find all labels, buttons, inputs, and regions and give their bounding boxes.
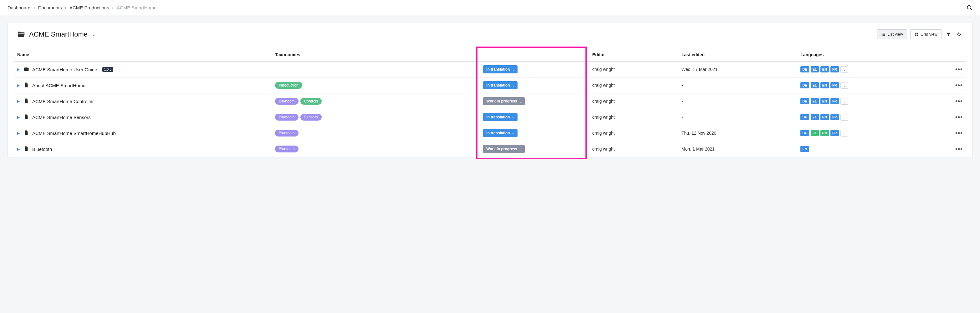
status-label: Work in progress [486, 99, 517, 103]
document-name[interactable]: ACME SmartHome SmartHomeHubHub [32, 131, 116, 136]
svg-rect-6 [882, 35, 882, 36]
row-actions-button[interactable]: ••• [926, 77, 966, 93]
language-tag[interactable]: DE [800, 98, 809, 104]
row-actions-button[interactable]: ••• [926, 109, 966, 125]
language-more-dropdown[interactable]: ⌄ [840, 82, 848, 89]
status-label: In translation [486, 83, 510, 87]
table-row: ▶BluetoothBluetoothWork in progress⌄crai… [14, 141, 966, 157]
language-more-dropdown[interactable]: ⌄ [840, 130, 848, 136]
row-actions-button[interactable]: ••• [926, 125, 966, 141]
col-taxonomies[interactable]: Taxonomies [272, 48, 480, 61]
breadcrumb-item[interactable]: ACME Productions [70, 5, 109, 10]
language-tag[interactable]: FR [830, 130, 839, 136]
language-tag[interactable]: EN [821, 130, 829, 136]
language-tag[interactable]: DE [800, 82, 809, 89]
svg-rect-5 [883, 34, 885, 34]
language-tag[interactable]: EN [821, 82, 829, 89]
taxonomy-tag[interactable]: Bluetooth [275, 114, 299, 120]
taxonomy-tag[interactable]: Bluetooth [275, 145, 299, 152]
panel-header: ACME SmartHome ⌄ List view Grid view [8, 23, 972, 42]
filter-button[interactable] [945, 31, 952, 38]
chevron-down-icon: ⌄ [512, 115, 514, 119]
language-tags: DEELENFR⌄ [800, 66, 923, 73]
chevron-down-icon: ⌄ [519, 147, 522, 151]
language-tag[interactable]: EL [811, 98, 819, 104]
document-name[interactable]: About ACME SmartHome [32, 83, 86, 88]
svg-rect-11 [916, 34, 918, 36]
col-status[interactable] [480, 48, 589, 61]
page-title-dropdown[interactable]: ⌄ [92, 32, 96, 37]
row-actions-button[interactable]: ••• [926, 141, 966, 157]
editor-cell: craig wright [589, 141, 678, 157]
breadcrumb-item[interactable]: Dashboard [8, 5, 30, 10]
language-tag[interactable]: EL [811, 66, 819, 73]
language-tag[interactable]: FR [830, 66, 839, 73]
table-row: ▶ACME SmartHome User Guide1.0.3In transl… [14, 61, 966, 77]
language-tag[interactable]: EL [811, 114, 819, 120]
language-tag[interactable]: EN [821, 98, 829, 104]
language-tag[interactable]: DE [800, 66, 809, 73]
taxonomy-tag[interactable]: Introduction [275, 82, 302, 89]
folder-open-icon [17, 30, 25, 38]
row-actions-button[interactable]: ••• [926, 93, 966, 109]
grid-view-button[interactable]: Grid view [910, 29, 942, 39]
last-edited-cell: Wed, 17 Mar 2021 [678, 61, 797, 77]
col-languages[interactable]: Languages [797, 48, 926, 61]
chevron-down-icon: ⌄ [519, 100, 522, 103]
svg-rect-4 [882, 34, 882, 34]
taxonomy-tag[interactable]: Controls [301, 98, 322, 104]
language-tag[interactable]: EN [800, 146, 809, 152]
svg-rect-8 [915, 33, 916, 34]
document-name[interactable]: ACME SmartHome Sensors [32, 115, 91, 120]
language-tag[interactable]: EL [811, 130, 819, 136]
col-last-edited[interactable]: Last edited [678, 48, 797, 61]
document-name[interactable]: ACME SmartHome User Guide [32, 67, 97, 72]
panel-actions: List view Grid view [877, 29, 963, 39]
expand-caret[interactable]: ▶ [17, 115, 20, 119]
language-tag[interactable]: DE [800, 114, 809, 120]
document-icon [24, 146, 29, 152]
panel-title: ACME SmartHome ⌄ [17, 30, 96, 38]
col-editor[interactable]: Editor [589, 48, 678, 61]
status-dropdown[interactable]: In translation⌄ [483, 81, 517, 89]
status-dropdown[interactable]: Work in progress⌄ [483, 145, 524, 153]
list-view-button[interactable]: List view [877, 29, 907, 39]
status-label: Work in progress [486, 147, 517, 151]
list-view-label: List view [888, 32, 903, 36]
search-button[interactable] [966, 5, 972, 11]
language-tag[interactable]: DE [800, 130, 809, 136]
language-more-dropdown[interactable]: ⌄ [840, 98, 848, 104]
expand-caret[interactable]: ▶ [17, 84, 20, 87]
expand-caret[interactable]: ▶ [17, 68, 20, 71]
refresh-button[interactable] [955, 31, 963, 38]
language-tag[interactable]: FR [830, 82, 839, 89]
language-tag[interactable]: EN [821, 66, 829, 73]
status-dropdown[interactable]: Work in progress⌄ [483, 97, 524, 105]
col-name[interactable]: Name [14, 48, 272, 61]
status-dropdown[interactable]: In translation⌄ [483, 113, 517, 121]
language-tag[interactable]: EL [811, 82, 819, 89]
language-tags: EN [800, 146, 923, 152]
expand-caret[interactable]: ▶ [17, 100, 20, 103]
breadcrumb-item[interactable]: Documents [38, 5, 62, 10]
editor-cell: craig wright [589, 109, 678, 125]
language-tag[interactable]: FR [830, 98, 839, 104]
expand-caret[interactable]: ▶ [17, 131, 20, 135]
filter-icon [946, 32, 951, 37]
row-actions-button[interactable]: ••• [926, 61, 966, 77]
language-tag[interactable]: EN [821, 114, 829, 120]
document-name[interactable]: Bluetooth [32, 147, 52, 152]
expand-caret[interactable]: ▶ [17, 147, 20, 151]
language-more-dropdown[interactable]: ⌄ [840, 66, 848, 73]
search-icon [966, 5, 972, 11]
language-tag[interactable]: FR [830, 114, 839, 120]
document-name[interactable]: ACME SmartHome Controller [32, 99, 94, 104]
list-icon [881, 32, 886, 36]
last-edited-cell: Mon, 1 Mar 2021 [678, 141, 797, 157]
status-dropdown[interactable]: In translation⌄ [483, 129, 517, 137]
taxonomy-tag[interactable]: Bluetooth [275, 130, 299, 136]
status-dropdown[interactable]: In translation⌄ [483, 65, 517, 73]
taxonomy-tag[interactable]: Bluetooth [275, 98, 299, 104]
taxonomy-tag[interactable]: Sensors [301, 114, 322, 120]
language-more-dropdown[interactable]: ⌄ [840, 114, 848, 120]
